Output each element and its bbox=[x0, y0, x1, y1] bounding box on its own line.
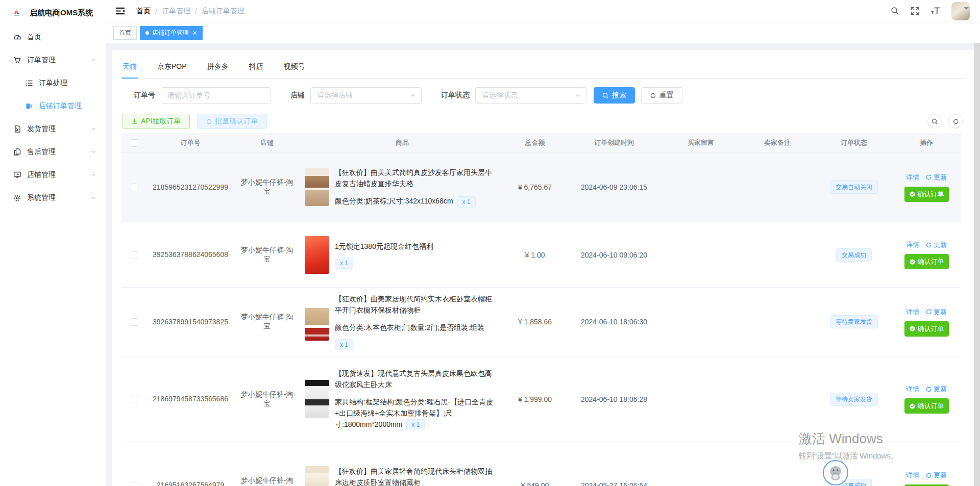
detail-link[interactable]: 详情 bbox=[906, 173, 919, 182]
select-all-checkbox[interactable] bbox=[131, 139, 138, 147]
sidebar-collapse-icon[interactable] bbox=[113, 5, 127, 17]
sidebar-item-label: 店铺订单管理 bbox=[39, 101, 82, 111]
batch-confirm-orders-button[interactable]: 批量确认订单 bbox=[197, 114, 267, 129]
update-link[interactable]: 更新 bbox=[925, 240, 947, 249]
order-no-input[interactable] bbox=[161, 87, 271, 104]
sidebar-item-label: 订单处理 bbox=[39, 79, 67, 88]
update-link[interactable]: 更新 bbox=[925, 385, 947, 394]
navbar-right bbox=[891, 2, 969, 20]
tab-shipinhao[interactable]: 视频号 bbox=[274, 55, 315, 78]
table-tools bbox=[927, 114, 963, 129]
sidebar-item-aftersale-mgmt[interactable]: 售后管理 bbox=[0, 140, 106, 163]
tab-tmall[interactable]: 天猫 bbox=[121, 55, 147, 78]
refresh-icon bbox=[925, 386, 932, 393]
sidebar-item-home[interactable]: 首页 bbox=[0, 25, 106, 48]
active-dot bbox=[145, 31, 149, 35]
shop-select[interactable]: 请选择店铺 bbox=[310, 87, 422, 104]
confirm-order-button[interactable]: 确认订单 bbox=[904, 254, 949, 269]
platform-tabs: 天猫 京东POP 拼多多 抖店 视频号 bbox=[121, 55, 965, 79]
sidebar-item-shipping-mgmt[interactable]: 发货管理 bbox=[0, 117, 106, 140]
col-buyer-message: 买家留言 bbox=[663, 138, 739, 147]
excel-icon bbox=[13, 124, 21, 133]
tab-douyin[interactable]: 抖店 bbox=[239, 55, 274, 78]
orders-table: 订单号 店铺 商品 总金额 订单创建时间 买家留言 卖家备注 订单状态 操作 2… bbox=[121, 133, 961, 486]
tag-shop-order-mgmt[interactable]: 店铺订单管理 bbox=[140, 26, 203, 40]
main-area: 首页 / 订单管理 / 店铺订单管理 bbox=[106, 0, 980, 486]
table-row: 2185965231270522999梦小妮牛仔裤-淘宝【狂欢价】曲美美式简约真… bbox=[121, 152, 961, 222]
detail-link[interactable]: 详情 bbox=[906, 308, 919, 317]
detail-link[interactable]: 详情 bbox=[906, 471, 919, 480]
order-number: 2186979458733565686 bbox=[153, 394, 228, 404]
row-checkbox[interactable] bbox=[131, 482, 138, 486]
search-button[interactable]: 搜索 bbox=[594, 87, 635, 104]
product-spec: 家具结构:框架结构;颜色分类:曜石黑-【进口全青皮+出口级海绵+全实木加密排骨架… bbox=[335, 396, 498, 430]
status-tag: 交易成功 bbox=[836, 248, 872, 262]
reset-button[interactable]: 重置 bbox=[641, 87, 682, 104]
refresh-icon bbox=[952, 118, 959, 125]
table-header: 订单号 店铺 商品 总金额 订单创建时间 买家留言 卖家备注 订单状态 操作 bbox=[121, 133, 961, 152]
tag-home[interactable]: 首页 bbox=[113, 26, 137, 40]
refresh-icon bbox=[925, 309, 932, 315]
product-image bbox=[305, 466, 329, 486]
product-cell: 【狂欢价】曲美美式简约真皮沙发客厅家用头层牛皮复古油蜡皮直排华夫格颜色分类:奶茶… bbox=[300, 167, 504, 207]
sidebar-item-label: 店铺管理 bbox=[27, 170, 56, 180]
assistant-robot-icon[interactable] bbox=[823, 460, 848, 485]
update-link[interactable]: 更新 bbox=[925, 471, 947, 480]
product-info: 【现货速发】现代意式复古头层真皮床黑色欧包高级佗寂风主卧大床家具结构:框架结构;… bbox=[335, 368, 498, 430]
confirm-order-label: 确认订单 bbox=[918, 257, 944, 266]
qty-badge: x 1 bbox=[457, 196, 476, 208]
update-link[interactable]: 更新 bbox=[925, 173, 947, 182]
detail-link[interactable]: 详情 bbox=[906, 240, 919, 249]
product-title: 【狂欢价】曲美美式简约真皮沙发客厅家用头层牛皮复古油蜡皮直排华夫格 bbox=[335, 167, 498, 189]
fullscreen-icon[interactable] bbox=[911, 7, 919, 15]
detail-link[interactable]: 详情 bbox=[906, 385, 919, 394]
row-checkbox[interactable] bbox=[131, 396, 138, 403]
update-link[interactable]: 更新 bbox=[925, 308, 947, 317]
search-icon[interactable] bbox=[891, 7, 899, 15]
sidebar-item-system-mgmt[interactable]: 系统管理 bbox=[0, 186, 106, 209]
row-checkbox[interactable] bbox=[131, 251, 138, 259]
confirm-order-button[interactable]: 确认订单 bbox=[904, 187, 949, 202]
cart-icon bbox=[13, 56, 21, 64]
refresh-icon bbox=[925, 242, 932, 248]
shop-name: 梦小妮牛仔裤-淘宝 bbox=[234, 476, 300, 486]
row-checkbox[interactable] bbox=[131, 184, 138, 191]
sidebar-item-order-process[interactable]: 订单处理 bbox=[0, 71, 106, 94]
product-info: 【狂欢价】曲美美式简约真皮沙发客厅家用头层牛皮复古油蜡皮直排华夫格颜色分类:奶茶… bbox=[335, 167, 498, 207]
shop-select-placeholder: 请选择店铺 bbox=[317, 91, 353, 100]
download-icon bbox=[131, 118, 138, 125]
sidebar-item-shop-order-mgmt[interactable]: 店铺订单管理 bbox=[0, 94, 106, 117]
close-icon[interactable] bbox=[192, 31, 197, 35]
search-circle-button[interactable] bbox=[927, 114, 942, 129]
chevron-down-icon bbox=[91, 195, 96, 200]
breadcrumb-order-mgmt[interactable]: 订单管理 bbox=[162, 7, 190, 16]
api-pull-orders-button[interactable]: API拉取订单 bbox=[122, 114, 190, 129]
sidebar-item-order-mgmt[interactable]: 订单管理 bbox=[0, 48, 106, 71]
status-select[interactable]: 请选择状态 bbox=[475, 87, 586, 104]
tag-view-bar: 首页 店铺订单管理 bbox=[106, 22, 980, 43]
product-info: 1元锁定1380元起现金红包福利x 1 bbox=[335, 241, 433, 269]
font-size-icon[interactable] bbox=[930, 7, 940, 15]
shop-name: 梦小妮牛仔裤-淘宝 bbox=[234, 246, 300, 264]
row-checkbox[interactable] bbox=[131, 318, 138, 326]
product-title: 【现货速发】现代意式复古头层真皮床黑色欧包高级佗寂风主卧大床 bbox=[335, 368, 498, 390]
breadcrumb-home[interactable]: 首页 bbox=[136, 7, 151, 16]
confirm-order-button[interactable]: 确认订单 bbox=[904, 398, 949, 414]
product-cell: 【现货速发】现代意式复古头层真皮床黑色欧包高级佗寂风主卧大床家具结构:框架结构;… bbox=[300, 368, 504, 430]
chevron-down-icon bbox=[91, 149, 96, 155]
confirm-order-label: 确认订单 bbox=[918, 190, 944, 199]
check-circle-icon bbox=[909, 191, 916, 197]
confirm-order-button[interactable]: 确认订单 bbox=[904, 321, 949, 337]
tab-jd-pop[interactable]: 京东POP bbox=[147, 55, 197, 78]
gear-icon bbox=[13, 193, 21, 202]
sidebar-item-label: 首页 bbox=[27, 33, 41, 42]
vertical-scrollbar[interactable] bbox=[974, 43, 980, 486]
top-navbar: 首页 / 订单管理 / 店铺订单管理 bbox=[106, 0, 980, 22]
tab-pdd[interactable]: 拼多多 bbox=[197, 55, 239, 78]
refresh-circle-button[interactable] bbox=[948, 114, 963, 129]
app-logo: 启航电商OMS系统 bbox=[0, 0, 106, 25]
row-operations: 详情更新确认订单 bbox=[897, 240, 956, 269]
sidebar-item-shop-mgmt[interactable]: 店铺管理 bbox=[0, 163, 106, 186]
shop-group: 店铺 请选择店铺 bbox=[290, 87, 422, 104]
product-title: 【狂欢价】曲美家居轻奢简约现代床头柜储物双抽床边柜皮质卧室置物储藏柜 bbox=[335, 466, 498, 486]
